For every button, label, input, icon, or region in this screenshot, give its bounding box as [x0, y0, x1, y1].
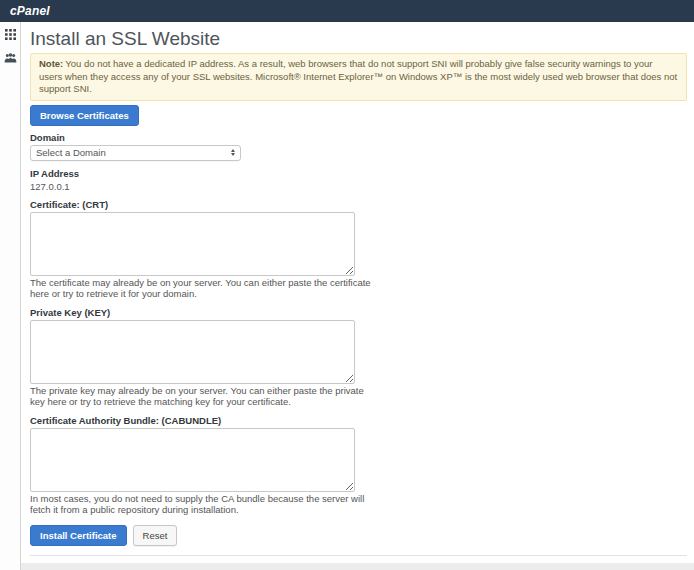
- notice-label: Note:: [39, 58, 63, 69]
- private-key-textarea[interactable]: [30, 320, 355, 384]
- sni-warning-notice: Note:You do not have a dedicated IP addr…: [30, 53, 687, 101]
- install-certificate-button[interactable]: Install Certificate: [30, 525, 127, 546]
- certificate-label: Certificate: (CRT): [30, 199, 687, 210]
- form-actions: Install Certificate Reset: [30, 525, 687, 546]
- private-key-label: Private Key (KEY): [30, 307, 687, 318]
- notice-text: You do not have a dedicated IP address. …: [39, 58, 677, 94]
- bottom-strip: [21, 563, 694, 570]
- select-stepper-icon: [231, 149, 235, 157]
- top-navigation-bar: cPanel: [0, 0, 694, 22]
- page-title: Install an SSL Website: [30, 28, 687, 49]
- main-content: Install an SSL Website Note:You do not h…: [21, 22, 694, 570]
- certificate-help-text: The certificate may already be on your s…: [30, 277, 378, 300]
- apps-grid-icon[interactable]: [5, 29, 16, 40]
- cpanel-app: cPanel: [0, 0, 694, 570]
- ca-bundle-textarea[interactable]: [30, 428, 355, 492]
- icon-sidebar: [0, 22, 21, 570]
- cpanel-logo[interactable]: cPanel: [10, 4, 50, 18]
- browse-certificates-button[interactable]: Browse Certificates: [30, 105, 139, 126]
- ca-bundle-label: Certificate Authority Bundle: (CABUNDLE): [30, 415, 687, 426]
- ip-address-label: IP Address: [30, 168, 687, 179]
- ip-address-value: 127.0.0.1: [30, 181, 687, 192]
- domain-label: Domain: [30, 132, 687, 143]
- private-key-help-text: The private key may already be on your s…: [30, 385, 378, 408]
- domain-select-value: Select a Domain: [36, 147, 106, 158]
- certificate-textarea[interactable]: [30, 212, 355, 276]
- domain-select[interactable]: Select a Domain: [30, 145, 241, 161]
- reset-button[interactable]: Reset: [133, 525, 178, 546]
- users-icon[interactable]: [4, 53, 17, 63]
- ca-bundle-help-text: In most cases, you do not need to supply…: [30, 493, 378, 516]
